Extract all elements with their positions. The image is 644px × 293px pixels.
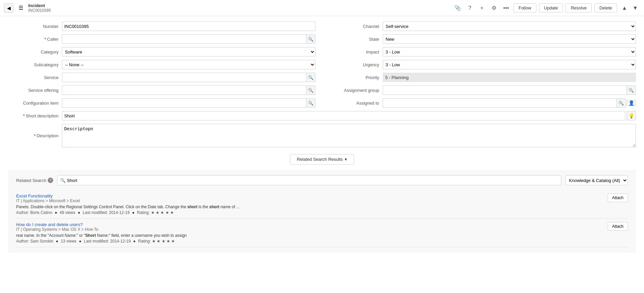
number-input[interactable] bbox=[62, 22, 315, 31]
hamburger-button[interactable]: ☰ bbox=[16, 3, 26, 13]
attach-button-2[interactable]: Attach bbox=[608, 222, 628, 231]
caller-input[interactable] bbox=[62, 34, 306, 44]
description-textarea[interactable]: Descriptopn bbox=[62, 124, 636, 147]
lightbulb-button[interactable]: 💡 bbox=[627, 111, 636, 120]
service-search-button[interactable]: 🔍 bbox=[306, 73, 315, 82]
form-container: Number *Caller 🔍 Category Software Hardw… bbox=[0, 16, 644, 258]
settings-button[interactable]: ⚙ bbox=[489, 3, 499, 13]
priority-label: Priority bbox=[329, 75, 383, 80]
result-meta: Author: Boris Catino ● 48 views ● Last m… bbox=[16, 210, 604, 215]
result-content: How do I create and delete users? IT | O… bbox=[16, 222, 604, 244]
channel-row: Channel Self-service Phone Email Walk-in bbox=[329, 22, 636, 31]
resolve-button[interactable]: Resolve bbox=[566, 3, 592, 12]
related-search-input[interactable] bbox=[67, 178, 558, 183]
attach-button-1[interactable]: Attach bbox=[608, 193, 628, 202]
attachment-button[interactable]: 📎 bbox=[453, 3, 462, 13]
result-title-link[interactable]: Excel Functionality bbox=[16, 193, 52, 198]
service-input-group: 🔍 bbox=[62, 73, 315, 82]
description-required-star: * bbox=[34, 133, 36, 138]
priority-row: Priority 5 - Planning bbox=[329, 73, 636, 82]
related-search-panel: Related Search ? 🔍 Knowledge & Catalog (… bbox=[8, 170, 636, 253]
top-bar-right: 📎 ? + ⚙ ••• Follow Update Resolve Delete… bbox=[453, 3, 640, 13]
impact-row: Impact 1 - High 2 - Medium 3 - Low bbox=[329, 47, 636, 57]
service-offering-search-button[interactable]: 🔍 bbox=[306, 85, 315, 95]
up-button[interactable]: ▲ bbox=[620, 3, 629, 13]
related-search-header: Related Search ? 🔍 Knowledge & Catalog (… bbox=[16, 175, 628, 185]
service-offering-row: Service offering 🔍 bbox=[8, 85, 315, 95]
description-row: *Description Descriptopn bbox=[8, 124, 636, 147]
short-desc-required-star: * bbox=[23, 113, 25, 118]
up-down-buttons: ▲ ▼ bbox=[620, 3, 640, 13]
service-row: Service 🔍 bbox=[8, 73, 315, 82]
priority-link[interactable]: Priority bbox=[366, 75, 379, 80]
back-button[interactable]: ◀ bbox=[4, 3, 13, 13]
delete-button[interactable]: Delete bbox=[594, 3, 617, 12]
assigned-to-user-button[interactable]: 👤 bbox=[627, 100, 636, 106]
result-path: IT | Applications > Microsoft > Excel bbox=[16, 198, 604, 203]
result-title-link[interactable]: How do I create and delete users? bbox=[16, 222, 83, 227]
chevron-down-icon: ▾ bbox=[345, 157, 347, 162]
impact-label: Impact bbox=[329, 49, 383, 54]
result-snippet: real name. In the "Account Name:" or "Sh… bbox=[16, 233, 604, 238]
category-select[interactable]: Software Hardware Network bbox=[62, 47, 315, 57]
state-row: State New In Progress On Hold Resolved C… bbox=[329, 34, 636, 44]
assignment-group-search-button[interactable]: 🔍 bbox=[627, 85, 636, 95]
short-desc-row: *Short description 💡 bbox=[8, 111, 636, 120]
short-desc-input[interactable] bbox=[62, 111, 625, 120]
description-label: *Description bbox=[8, 133, 62, 138]
service-offering-input-group: 🔍 bbox=[62, 85, 315, 95]
service-offering-input[interactable] bbox=[62, 85, 306, 95]
assigned-to-input[interactable] bbox=[383, 98, 617, 108]
related-search-results-button[interactable]: Related Search Results ▾ bbox=[290, 154, 354, 164]
caller-label: *Caller bbox=[8, 37, 62, 42]
help-button[interactable]: ? bbox=[465, 3, 475, 13]
related-search-input-wrap: 🔍 bbox=[57, 175, 561, 185]
result-item: How do I create and delete users? IT | O… bbox=[16, 219, 628, 247]
impact-select[interactable]: 1 - High 2 - Medium 3 - Low bbox=[383, 47, 636, 57]
subcategory-label: Subcategory bbox=[8, 62, 62, 67]
assignment-group-input-group: 🔍 bbox=[383, 85, 636, 95]
urgency-label: Urgency bbox=[329, 62, 383, 67]
service-label: Service bbox=[8, 75, 62, 80]
caller-required-star: * bbox=[44, 37, 46, 42]
priority-value: 5 - Planning bbox=[383, 73, 636, 82]
urgency-select[interactable]: 1 - High 2 - Medium 3 - Low bbox=[383, 60, 636, 69]
search-icon: 🔍 bbox=[60, 178, 66, 183]
assignment-group-input[interactable] bbox=[383, 85, 627, 95]
incident-number: INC0010395 bbox=[28, 8, 51, 13]
related-search-bar: Related Search Results ▾ bbox=[8, 154, 636, 164]
subcategory-row: Subcategory -- None -- bbox=[8, 60, 315, 69]
result-meta: Author: Sam Sorokin ● 13 views ● Last mo… bbox=[16, 239, 604, 244]
related-search-label: Related Search ? bbox=[16, 178, 53, 183]
service-offering-label: Service offering bbox=[8, 88, 62, 93]
assignment-group-label: Assignment group bbox=[329, 88, 383, 93]
assigned-to-input-group: 🔍 bbox=[383, 98, 626, 108]
search-type-select[interactable]: Knowledge & Catalog (All) Knowledge Cata… bbox=[565, 175, 628, 185]
down-button[interactable]: ▼ bbox=[631, 3, 640, 13]
caller-search-button[interactable]: 🔍 bbox=[306, 34, 315, 44]
config-item-label: Configuration item bbox=[8, 101, 62, 106]
caller-row: *Caller 🔍 bbox=[8, 34, 315, 44]
assigned-to-search-button[interactable]: 🔍 bbox=[616, 98, 626, 108]
channel-select[interactable]: Self-service Phone Email Walk-in bbox=[383, 22, 636, 31]
update-button[interactable]: Update bbox=[539, 3, 563, 12]
service-input[interactable] bbox=[62, 73, 306, 82]
assignment-group-row: Assignment group 🔍 bbox=[329, 85, 636, 95]
state-label: State bbox=[329, 37, 383, 42]
plus-button[interactable]: + bbox=[477, 3, 487, 13]
more-button[interactable]: ••• bbox=[501, 3, 511, 13]
assigned-to-row: Assigned to 🔍 👤 bbox=[329, 98, 636, 108]
config-item-search-button[interactable]: 🔍 bbox=[306, 98, 315, 108]
result-snippet: Panels. Double-click on the Regional Set… bbox=[16, 205, 604, 209]
state-select[interactable]: New In Progress On Hold Resolved Closed bbox=[383, 34, 636, 44]
related-search-help-icon: ? bbox=[48, 178, 53, 183]
follow-button[interactable]: Follow bbox=[514, 3, 536, 12]
category-row: Category Software Hardware Network bbox=[8, 47, 315, 57]
config-item-input[interactable] bbox=[62, 98, 306, 108]
subcategory-select[interactable]: -- None -- bbox=[62, 60, 315, 69]
assigned-to-label: Assigned to bbox=[329, 101, 383, 106]
result-content: Excel Functionality IT | Applications > … bbox=[16, 193, 604, 215]
channel-label: Channel bbox=[329, 24, 383, 29]
config-item-row: Configuration item 🔍 bbox=[8, 98, 315, 108]
incident-title-main: Incident bbox=[28, 3, 51, 8]
